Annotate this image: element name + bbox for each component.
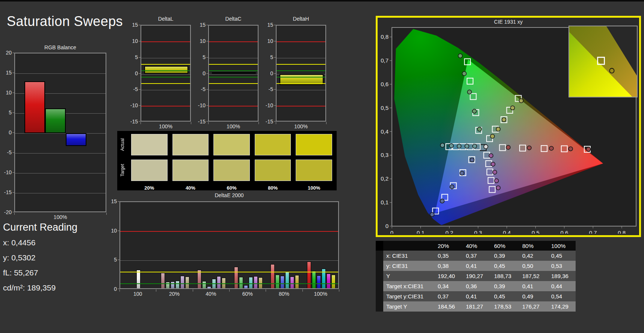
measured-points-cyan	[449, 144, 454, 148]
bar	[290, 277, 294, 289]
y-tick-mark	[139, 121, 141, 122]
y-tick-mark	[206, 25, 208, 25]
gridline	[141, 74, 190, 75]
chart-title: DeltaE 2000	[119, 192, 339, 198]
delta-e-2000-chart: DeltaE 200005101510020%40%60%80%100%	[109, 192, 352, 303]
y-tick-mark	[12, 73, 14, 73]
y-tick-label: 15	[193, 22, 206, 28]
table-value-cell: 0,41	[462, 261, 490, 271]
y-tick-mark	[12, 53, 14, 53]
bar	[171, 281, 175, 289]
measured-points-yellow	[496, 127, 500, 131]
limit-line	[209, 77, 258, 78]
y-tick-label: 10	[260, 38, 273, 44]
y-tick-label: -10	[0, 169, 12, 175]
bar	[66, 133, 86, 146]
swatch-row-label-actual: Actual	[119, 134, 126, 155]
y-tick-mark	[274, 89, 276, 90]
limit-line	[209, 70, 258, 71]
measured-points-magenta	[494, 179, 499, 183]
cie-title: CIE 1931 xy	[378, 19, 639, 25]
y-tick-mark	[139, 57, 141, 58]
table-value-cell: 176,27	[519, 301, 547, 312]
cie-zoom-inset	[568, 26, 638, 97]
limit-line	[141, 64, 190, 65]
y-tick-label: 15	[0, 70, 12, 76]
y-tick-mark	[12, 132, 14, 133]
bar	[207, 286, 211, 289]
plot-area	[119, 201, 339, 289]
table-row-label: Target Y	[383, 301, 434, 312]
table-value-cell: 0,41	[519, 281, 547, 291]
limit-line	[209, 64, 258, 65]
measured-points-green	[462, 71, 466, 76]
table-header-cell: 80%	[519, 241, 547, 251]
cie-x-tick-label: 0,6	[560, 230, 568, 234]
y-tick-mark	[274, 25, 276, 25]
y-tick-mark	[118, 231, 119, 231]
y-tick-mark	[274, 73, 276, 74]
x-tick-mark	[339, 289, 339, 292]
y-tick-label: 10	[125, 38, 138, 44]
chart-title: DeltaC	[208, 16, 259, 22]
x-axis-label: 80%	[269, 291, 299, 297]
bar	[217, 276, 221, 289]
bar	[307, 262, 311, 289]
gridline	[209, 74, 258, 75]
y-tick-mark	[274, 41, 276, 41]
limit-line	[141, 83, 190, 84]
actual-swatch-100%	[296, 134, 332, 155]
measured-points-magenta	[491, 162, 495, 166]
bar	[327, 274, 331, 289]
bar	[285, 272, 289, 289]
y-tick-mark	[274, 105, 276, 106]
y-tick-mark	[12, 172, 14, 173]
table-value-cell: 0,37	[434, 291, 462, 301]
x-axis-label: 100	[123, 291, 153, 297]
table-row: Target x:CIE310,340,360,390,410,44	[376, 281, 576, 291]
bar	[271, 264, 275, 289]
x-axis-label: 40%	[196, 291, 226, 297]
target-swatch-20%	[131, 160, 168, 181]
table-row-gutter	[376, 301, 383, 312]
cie-x-tick-label: 0,2	[446, 230, 454, 234]
target-swatch-60%	[213, 160, 250, 181]
limit-line	[141, 70, 190, 71]
limit-line	[120, 283, 338, 284]
reading-cdm2: cd/m²: 189,359	[3, 283, 77, 292]
plot-area	[208, 25, 259, 122]
y-tick-label: 0	[260, 70, 273, 76]
bar	[144, 66, 188, 74]
chart-title: DeltaL	[141, 16, 191, 22]
table-row-gutter	[376, 271, 383, 281]
actual-swatch-60%	[213, 134, 250, 155]
y-tick-label: 0	[125, 70, 138, 76]
cie-y-tick-label: 0,8	[381, 33, 389, 40]
measured-points-magenta	[493, 170, 497, 174]
y-tick-mark	[274, 57, 276, 58]
x-tick-mark	[119, 289, 120, 292]
table-value-cell: 184,56	[434, 301, 462, 312]
x-tick-mark	[229, 289, 230, 292]
cie-y-tick-label: 0,7	[381, 57, 389, 64]
actual-swatch-20%	[131, 134, 168, 155]
table-value-cell: 0,41	[462, 291, 490, 301]
measured-point-white	[484, 144, 488, 149]
y-tick-label: 15	[104, 198, 117, 204]
cie-y-tick-label: 0,3	[381, 152, 389, 158]
limit-line	[209, 106, 258, 106]
x-tick-mark	[208, 122, 209, 124]
y-tick-mark	[274, 121, 276, 122]
swatch-column-label: 40%	[172, 185, 209, 193]
bar	[249, 277, 253, 289]
table-row-label: y: CIE31	[383, 261, 434, 271]
actual-target-swatch-panel: ActualTarget20%40%60%80%100%	[117, 131, 337, 190]
gridline	[15, 73, 106, 74]
current-reading-heading: Current Reading	[3, 222, 77, 233]
measured-points-magenta	[489, 154, 493, 158]
bar	[136, 270, 141, 289]
y-tick-mark	[139, 105, 141, 106]
limit-line	[209, 41, 258, 42]
table-value-cell: 0,35	[434, 251, 462, 261]
y-tick-label: -10	[260, 102, 273, 108]
